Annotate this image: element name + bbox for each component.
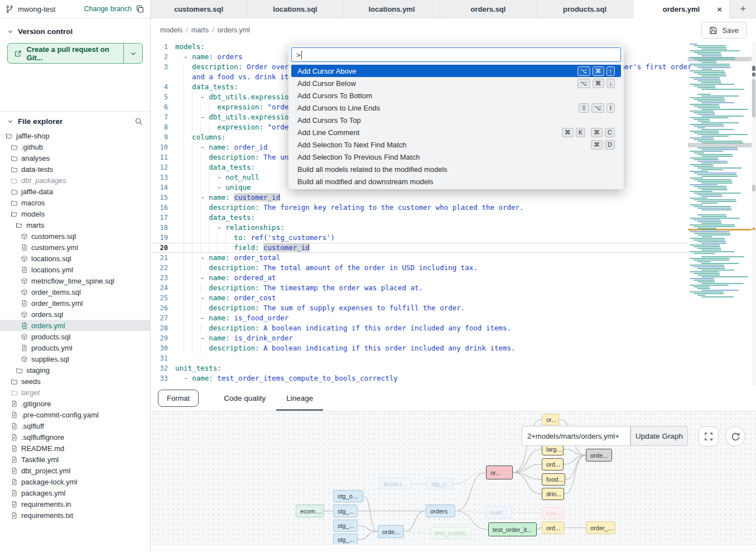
file-item-customers-yml[interactable]: customers.yml (0, 242, 150, 253)
file-item-macros[interactable]: macros (0, 197, 150, 208)
file-item-requirements-in[interactable]: requirements.in (0, 498, 150, 510)
lineage-node-stg_3[interactable]: stg_... (333, 534, 358, 544)
file-item-dbt-packages[interactable]: dbt_packages (0, 175, 150, 186)
close-icon[interactable]: × (717, 5, 722, 13)
command-palette-input[interactable]: > (291, 47, 621, 62)
scrollbar-thumb[interactable] (752, 73, 755, 76)
create-pr-caret[interactable] (123, 44, 142, 63)
tab-orders-sql[interactable]: orders.sql (440, 0, 537, 18)
lineage-node-test_order[interactable]: test_order_it... (488, 522, 537, 536)
palette-item-add-cursors-to-bottom[interactable]: Add Cursors To Bottom (291, 89, 621, 102)
file-item-requirements-txt[interactable]: requirements.txt (0, 510, 150, 521)
update-graph-button[interactable]: Update Graph (630, 426, 688, 446)
scrollbar-thumb[interactable] (752, 66, 755, 71)
file-item-readme-md[interactable]: README.md (0, 443, 150, 454)
file-item-package-lock-yml[interactable]: package-lock.yml (0, 476, 150, 487)
lineage-node-orde_gray[interactable]: orde... (586, 449, 612, 462)
lineage-node-drin[interactable]: drin... (542, 488, 564, 500)
lineage-node-stg_2[interactable]: stg_... (333, 520, 358, 532)
lineage-node-or_pink[interactable]: or... (486, 465, 513, 479)
save-button[interactable]: Save (701, 22, 747, 39)
file-item-staging[interactable]: staging (0, 364, 150, 376)
refresh-button[interactable] (725, 426, 745, 447)
file-item-metricflow-time-spine-sql[interactable]: metricflow_time_spine.sql (0, 275, 150, 286)
version-control-header[interactable]: Version control (7, 25, 143, 38)
file-item-order-items-yml[interactable]: order_items.yml (0, 297, 150, 309)
lineage-node-cus_pink_faded[interactable]: cus... (542, 507, 564, 519)
lineage-node-order_r[interactable]: order_... (586, 521, 615, 534)
palette-item-add-selection-to-previous-find-match[interactable]: Add Selection To Previous Find Match (291, 151, 621, 163)
palette-item-add-line-comment[interactable]: Add Line Comment⌘K⌘C (291, 126, 621, 138)
file-item-github[interactable]: .github (0, 141, 150, 152)
file-item-taskfile-yml[interactable]: Taskfile.yml (0, 454, 150, 465)
lineage-node-ord_1[interactable]: ord... (542, 458, 564, 471)
palette-item-add-cursor-above[interactable]: Add Cursor Above⌥⌘↑ (291, 65, 621, 77)
lineage-node-cust_faded[interactable]: cust... (486, 506, 512, 519)
breadcrumb-item-marts[interactable]: marts (191, 26, 209, 34)
file-item-pre-commit-config-yaml[interactable]: .pre-commit-config.yaml (0, 409, 150, 420)
lineage-node-food[interactable]: food... (542, 473, 565, 486)
file-item-locations-sql[interactable]: locations.sql (0, 253, 150, 264)
file-item-packages-yml[interactable]: packages.yml (0, 487, 150, 498)
file-item-marts[interactable]: marts (0, 219, 150, 231)
palette-item-add-cursors-to-top[interactable]: Add Cursors To Top (291, 114, 621, 126)
change-branch-link[interactable]: Change branch (84, 5, 132, 13)
file-item-sqlfluffignore[interactable]: .sqlfluffignore (0, 431, 150, 443)
file-item-models[interactable]: models (0, 208, 150, 219)
palette-item-build-all-modified-and-downstream-models[interactable]: Build all modified and downstream models (291, 175, 621, 188)
file-item-products-sql[interactable]: products.sql (0, 331, 150, 342)
file-item-order-items-sql[interactable]: order_items.sql (0, 286, 150, 297)
file-item-sqlfluff[interactable]: .sqlfluff (0, 420, 150, 431)
lineage-node-ecom_src[interactable]: ecom.... (296, 505, 324, 517)
lineage-node-orders[interactable]: orders (426, 505, 455, 517)
tab-products-sql[interactable]: products.sql (537, 0, 633, 18)
lineage-node-test_supply_faded[interactable]: test_supply... (430, 527, 471, 539)
file-item-locations-yml[interactable]: locations.yml (0, 264, 150, 275)
lineage-node-ord_2[interactable]: ord... (542, 521, 564, 534)
file-item-target[interactable]: target (0, 387, 150, 398)
tab-orders-yml[interactable]: orders.yml× (633, 0, 730, 18)
file-item-customers-sql[interactable]: customers.sql (0, 231, 150, 242)
create-pr-button[interactable]: Create a pull request on Git... (7, 43, 143, 64)
editor-scrollbar[interactable] (752, 42, 756, 385)
palette-item-build-all-models-related-to-the-modified-models[interactable]: Build all models related to the modified… (291, 163, 621, 175)
file-item-orders-yml[interactable]: orders.yml (0, 320, 150, 331)
file-item-data-tests[interactable]: data-tests (0, 164, 150, 175)
file-item-jaffle-shop[interactable]: jaffle-shop (0, 130, 150, 141)
tab-locations-sql[interactable]: locations.sql (247, 0, 344, 18)
scrollbar-thumb[interactable] (752, 79, 755, 117)
scrollbar-thumb[interactable] (752, 185, 755, 191)
lineage-node-ecom_r_faded[interactable]: ecom.r... (379, 478, 411, 489)
breadcrumb-item-orders-yml[interactable]: orders.yml (218, 26, 250, 34)
file-item-jaffle-data[interactable]: jaffle-data (0, 186, 150, 197)
panel-tab-lineage[interactable]: Lineage (286, 385, 313, 411)
format-button[interactable]: Format (158, 390, 199, 407)
file-explorer-header[interactable]: File explorer (0, 112, 150, 129)
file-item-products-yml[interactable]: products.yml (0, 342, 150, 353)
create-pr-main[interactable]: Create a pull request on Git... (8, 44, 123, 63)
file-item-gitignore[interactable]: .gitignore (0, 398, 150, 409)
copy-icon[interactable] (136, 4, 145, 13)
lineage-node-stg_c_faded[interactable]: stg_c... (427, 478, 453, 489)
tab-locations-yml[interactable]: locations.yml (344, 0, 440, 18)
palette-item-add-cursor-below[interactable]: Add Cursor Below⌥⌘↓ (291, 77, 621, 89)
lineage-node-orde_mid[interactable]: orde... (378, 525, 404, 538)
breadcrumb-item-models[interactable]: models (160, 26, 182, 34)
file-item-analyses[interactable]: analyses (0, 152, 150, 164)
lineage-node-or_y_top[interactable]: or... (542, 414, 559, 425)
lineage-node-stg_o[interactable]: stg_o... (333, 490, 363, 502)
palette-item-add-selection-to-next-find-match[interactable]: Add Selection To Next Find Match⌘D (291, 138, 621, 151)
new-tab-button[interactable]: + (730, 0, 756, 18)
palette-item-add-cursors-to-line-ends[interactable]: Add Cursors to Line Ends⇧⌥I (291, 102, 621, 114)
lineage-node-stg_1[interactable]: stg_... (333, 505, 358, 517)
lineage-selector-input[interactable]: 2+models/marts/orders.yml+ (522, 426, 630, 446)
file-item-dbt-project-yml[interactable]: dbt_project.yml (0, 465, 150, 476)
fullscreen-button[interactable] (699, 426, 719, 447)
file-item-orders-sql[interactable]: orders.sql (0, 309, 150, 320)
horizontal-scroll-strip[interactable] (151, 544, 756, 552)
file-item-supplies-sql[interactable]: supplies.sql (0, 353, 150, 364)
file-item-seeds[interactable]: seeds (0, 376, 150, 387)
scrollbar-thumb[interactable] (752, 228, 755, 230)
panel-tab-code-quality[interactable]: Code quality (224, 385, 266, 411)
tab-customers-sql[interactable]: customers.sql (151, 0, 247, 18)
